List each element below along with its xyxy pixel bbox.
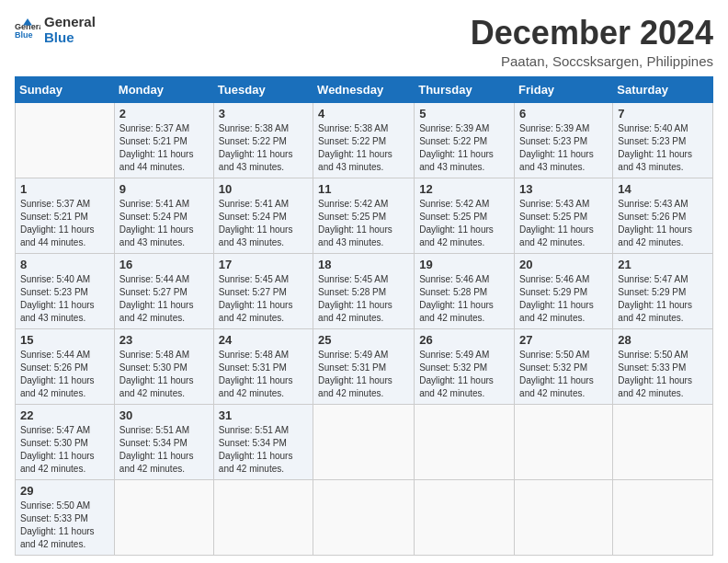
day-number: 29 xyxy=(20,484,109,498)
calendar-cell xyxy=(415,479,515,555)
day-number: 1 xyxy=(20,182,109,196)
day-number: 12 xyxy=(419,182,509,196)
day-number: 5 xyxy=(419,107,509,121)
day-number: 22 xyxy=(20,408,109,422)
calendar-cell: 4Sunrise: 5:38 AM Sunset: 5:22 PM Daylig… xyxy=(313,102,415,178)
page-header: General Blue General Blue December 2024 … xyxy=(15,15,713,69)
day-number: 16 xyxy=(119,258,209,271)
calendar-cell xyxy=(114,479,213,555)
day-number: 9 xyxy=(119,182,209,196)
title-block: December 2024 Paatan, Soccsksargen, Phil… xyxy=(471,15,713,69)
calendar-row-3: 15Sunrise: 5:44 AM Sunset: 5:26 PM Dayli… xyxy=(16,328,713,404)
header-monday: Monday xyxy=(114,76,213,102)
calendar-cell xyxy=(213,479,313,555)
calendar-cell xyxy=(313,404,415,479)
day-info: Sunrise: 5:38 AM Sunset: 5:22 PM Dayligh… xyxy=(318,122,409,174)
day-number: 18 xyxy=(318,258,409,271)
day-number: 10 xyxy=(219,182,308,196)
calendar-row-5: 29Sunrise: 5:50 AM Sunset: 5:33 PM Dayli… xyxy=(16,479,713,555)
day-number: 28 xyxy=(618,333,708,347)
calendar-row-2: 8Sunrise: 5:40 AM Sunset: 5:23 PM Daylig… xyxy=(16,253,713,328)
calendar-cell: 20Sunrise: 5:46 AM Sunset: 5:29 PM Dayli… xyxy=(515,253,613,328)
day-number: 6 xyxy=(519,107,608,121)
calendar-cell: 8Sunrise: 5:40 AM Sunset: 5:23 PM Daylig… xyxy=(16,253,115,328)
day-info: Sunrise: 5:45 AM Sunset: 5:27 PM Dayligh… xyxy=(219,273,308,325)
calendar-cell xyxy=(415,404,515,479)
header-thursday: Thursday xyxy=(415,76,515,102)
day-number: 14 xyxy=(618,182,708,196)
calendar-cell: 19Sunrise: 5:46 AM Sunset: 5:28 PM Dayli… xyxy=(415,253,515,328)
header-friday: Friday xyxy=(515,76,613,102)
calendar-cell: 1Sunrise: 5:37 AM Sunset: 5:21 PM Daylig… xyxy=(16,178,115,253)
day-number: 15 xyxy=(20,333,109,347)
logo-general-text: General xyxy=(44,15,96,30)
calendar-cell: 3Sunrise: 5:38 AM Sunset: 5:22 PM Daylig… xyxy=(213,102,313,178)
day-info: Sunrise: 5:48 AM Sunset: 5:30 PM Dayligh… xyxy=(119,349,209,400)
calendar-cell: 11Sunrise: 5:42 AM Sunset: 5:25 PM Dayli… xyxy=(313,178,415,253)
day-info: Sunrise: 5:49 AM Sunset: 5:31 PM Dayligh… xyxy=(318,349,409,400)
calendar-cell: 27Sunrise: 5:50 AM Sunset: 5:32 PM Dayli… xyxy=(515,328,613,404)
day-number: 13 xyxy=(519,182,608,196)
calendar-cell xyxy=(515,404,613,479)
header-wednesday: Wednesday xyxy=(313,76,415,102)
calendar-table: SundayMondayTuesdayWednesdayThursdayFrid… xyxy=(15,76,713,556)
day-number: 7 xyxy=(618,107,708,121)
calendar-cell xyxy=(515,479,613,555)
calendar-row-1: 1Sunrise: 5:37 AM Sunset: 5:21 PM Daylig… xyxy=(16,178,713,253)
day-number: 25 xyxy=(318,333,409,347)
calendar-cell: 21Sunrise: 5:47 AM Sunset: 5:29 PM Dayli… xyxy=(613,253,713,328)
day-info: Sunrise: 5:44 AM Sunset: 5:27 PM Dayligh… xyxy=(119,273,209,325)
calendar-cell: 18Sunrise: 5:45 AM Sunset: 5:28 PM Dayli… xyxy=(313,253,415,328)
day-info: Sunrise: 5:40 AM Sunset: 5:23 PM Dayligh… xyxy=(618,122,708,174)
day-number: 3 xyxy=(219,107,308,121)
day-number: 21 xyxy=(618,258,708,271)
day-number: 4 xyxy=(318,107,409,121)
day-info: Sunrise: 5:51 AM Sunset: 5:34 PM Dayligh… xyxy=(219,424,308,476)
calendar-cell xyxy=(613,404,713,479)
day-number: 30 xyxy=(119,408,209,422)
day-info: Sunrise: 5:37 AM Sunset: 5:21 PM Dayligh… xyxy=(119,122,209,174)
header-tuesday: Tuesday xyxy=(213,76,313,102)
day-number: 31 xyxy=(219,408,308,422)
day-info: Sunrise: 5:46 AM Sunset: 5:29 PM Dayligh… xyxy=(519,273,608,325)
day-number: 19 xyxy=(419,258,509,271)
calendar-cell: 22Sunrise: 5:47 AM Sunset: 5:30 PM Dayli… xyxy=(16,404,115,479)
day-info: Sunrise: 5:39 AM Sunset: 5:22 PM Dayligh… xyxy=(419,122,509,174)
calendar-cell: 16Sunrise: 5:44 AM Sunset: 5:27 PM Dayli… xyxy=(114,253,213,328)
day-number: 26 xyxy=(419,333,509,347)
day-number: 2 xyxy=(119,107,209,121)
calendar-cell: 10Sunrise: 5:41 AM Sunset: 5:24 PM Dayli… xyxy=(213,178,313,253)
calendar-cell xyxy=(313,479,415,555)
calendar-cell xyxy=(613,479,713,555)
day-info: Sunrise: 5:42 AM Sunset: 5:25 PM Dayligh… xyxy=(419,198,509,249)
calendar-cell: 13Sunrise: 5:43 AM Sunset: 5:25 PM Dayli… xyxy=(515,178,613,253)
day-info: Sunrise: 5:48 AM Sunset: 5:31 PM Dayligh… xyxy=(219,349,308,400)
location-title: Paatan, Soccsksargen, Philippines xyxy=(471,53,713,69)
logo-blue-text: Blue xyxy=(44,30,96,46)
day-info: Sunrise: 5:43 AM Sunset: 5:26 PM Dayligh… xyxy=(618,198,708,249)
calendar-cell: 7Sunrise: 5:40 AM Sunset: 5:23 PM Daylig… xyxy=(613,102,713,178)
day-info: Sunrise: 5:50 AM Sunset: 5:33 PM Dayligh… xyxy=(20,500,109,551)
calendar-cell: 14Sunrise: 5:43 AM Sunset: 5:26 PM Dayli… xyxy=(613,178,713,253)
header-sunday: Sunday xyxy=(16,76,115,102)
calendar-cell xyxy=(16,102,115,178)
day-info: Sunrise: 5:42 AM Sunset: 5:25 PM Dayligh… xyxy=(318,198,409,249)
calendar-cell: 15Sunrise: 5:44 AM Sunset: 5:26 PM Dayli… xyxy=(16,328,115,404)
calendar-cell: 12Sunrise: 5:42 AM Sunset: 5:25 PM Dayli… xyxy=(415,178,515,253)
calendar-cell: 5Sunrise: 5:39 AM Sunset: 5:22 PM Daylig… xyxy=(415,102,515,178)
calendar-cell: 9Sunrise: 5:41 AM Sunset: 5:24 PM Daylig… xyxy=(114,178,213,253)
day-number: 27 xyxy=(519,333,608,347)
day-info: Sunrise: 5:37 AM Sunset: 5:21 PM Dayligh… xyxy=(20,198,109,249)
day-number: 8 xyxy=(20,258,109,271)
header-saturday: Saturday xyxy=(613,76,713,102)
calendar-cell: 25Sunrise: 5:49 AM Sunset: 5:31 PM Dayli… xyxy=(313,328,415,404)
calendar-cell: 31Sunrise: 5:51 AM Sunset: 5:34 PM Dayli… xyxy=(213,404,313,479)
day-number: 23 xyxy=(119,333,209,347)
day-info: Sunrise: 5:49 AM Sunset: 5:32 PM Dayligh… xyxy=(419,349,509,400)
calendar-cell: 17Sunrise: 5:45 AM Sunset: 5:27 PM Dayli… xyxy=(213,253,313,328)
calendar-cell: 2Sunrise: 5:37 AM Sunset: 5:21 PM Daylig… xyxy=(114,102,213,178)
day-info: Sunrise: 5:47 AM Sunset: 5:29 PM Dayligh… xyxy=(618,273,708,325)
day-info: Sunrise: 5:50 AM Sunset: 5:32 PM Dayligh… xyxy=(519,349,608,400)
day-info: Sunrise: 5:41 AM Sunset: 5:24 PM Dayligh… xyxy=(119,198,209,249)
calendar-cell: 24Sunrise: 5:48 AM Sunset: 5:31 PM Dayli… xyxy=(213,328,313,404)
